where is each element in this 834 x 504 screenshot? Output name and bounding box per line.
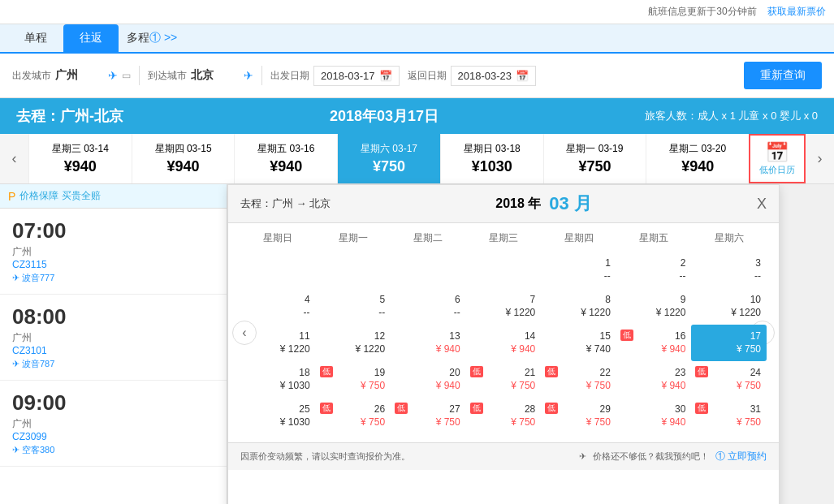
cal-day-empty: [240, 252, 316, 288]
arrive-city-field: 到达城市 北京 ✈: [148, 68, 253, 83]
flight-item-2: 09:00 广州 CZ3099 ✈ 空客380: [0, 381, 227, 467]
day-number: 25: [246, 403, 310, 415]
low-price-calendar-button[interactable]: 📅 低价日历: [749, 134, 806, 183]
instant-button[interactable]: ① 立即预约: [715, 450, 767, 463]
cal-day-3[interactable]: 3--: [691, 252, 767, 288]
calendar-icon: 📅: [765, 141, 789, 164]
weekday-label: 星期一: [316, 231, 391, 245]
flight-city: 广州: [12, 331, 214, 345]
main-content: P 价格保障 买贵全赔 07:00 广州 CZ3115 ✈ 波音777 08:0…: [0, 184, 834, 504]
flight-number[interactable]: CZ3115: [12, 259, 214, 270]
cal-day-20[interactable]: 20¥ 940: [391, 361, 466, 398]
cal-day-5[interactable]: 5--: [316, 288, 391, 325]
cal-day-10[interactable]: 10¥ 1220: [691, 288, 767, 325]
tab-multi[interactable]: 多程① >>: [119, 24, 185, 52]
cal-day-14[interactable]: 14¥ 940: [466, 325, 542, 361]
cal-day-30[interactable]: 30¥ 940: [616, 398, 692, 434]
weekday-label: 星期三: [466, 231, 542, 245]
cal-day-27[interactable]: 低27¥ 750: [391, 398, 466, 434]
cal-day-26[interactable]: 低26¥ 750: [316, 398, 391, 434]
day-number: 12: [322, 330, 386, 342]
arrive-plane-icon: ✈: [244, 69, 253, 82]
depart-plane-icon: ✈: [108, 69, 118, 82]
cal-day-18[interactable]: 18¥ 1030: [240, 361, 316, 398]
notice-text: 航班信息更新于30分钟前: [648, 6, 756, 17]
cal-day-8[interactable]: 8¥ 1220: [541, 288, 616, 325]
depart-date-input[interactable]: 2018-03-17 📅: [313, 66, 400, 86]
flight-plane: ✈ 波音777: [12, 272, 214, 284]
date-cell-03-20[interactable]: 星期二 03-20¥940: [646, 134, 749, 183]
calendar-close-button[interactable]: X: [757, 196, 767, 213]
cal-day-6[interactable]: 6--: [391, 288, 466, 325]
divider-1: [139, 66, 140, 85]
day-number: 2: [622, 257, 686, 269]
day-number: 1: [547, 257, 611, 269]
cal-day-31[interactable]: 低31¥ 750: [691, 398, 767, 434]
cal-day-4[interactable]: 4--: [240, 288, 316, 325]
cal-day-19[interactable]: 低19¥ 750: [316, 361, 391, 398]
date-cell-03-15[interactable]: 星期四 03-15¥940: [132, 134, 235, 183]
cal-day-9[interactable]: 9¥ 1220: [616, 288, 692, 325]
cal-day-29[interactable]: 低29¥ 750: [541, 398, 616, 434]
day-price: --: [396, 307, 460, 318]
requery-button[interactable]: 重新查询: [744, 62, 822, 89]
date-cell-03-19[interactable]: 星期一 03-19¥750: [543, 134, 646, 183]
day-number: 13: [396, 330, 460, 342]
cal-day-23[interactable]: 23¥ 940: [616, 361, 692, 398]
refresh-link[interactable]: 获取最新票价: [767, 6, 826, 17]
cal-day-1[interactable]: 1--: [541, 252, 616, 288]
depart-cal-icon[interactable]: 📅: [379, 70, 392, 82]
cal-day-11[interactable]: 11¥ 1220: [240, 325, 316, 361]
flight-number[interactable]: CZ3099: [12, 431, 214, 442]
return-date-input[interactable]: 2018-03-23 📅: [451, 66, 537, 86]
cal-day-22[interactable]: 低22¥ 750: [541, 361, 616, 398]
cal-day-16[interactable]: 低16¥ 940: [616, 325, 692, 361]
date-nav-bar: ‹ 星期三 03-14¥940星期四 03-15¥940星期五 03-16¥94…: [0, 134, 834, 184]
cal-day-17[interactable]: 17¥ 750: [691, 325, 767, 361]
date-cell-03-18[interactable]: 星期日 03-18¥1030: [440, 134, 543, 183]
day-number: 14: [472, 330, 536, 342]
low-price-badge: 低: [395, 403, 408, 414]
day-number: 11: [246, 330, 310, 342]
day-price: ¥ 940: [472, 343, 536, 355]
cal-day-13[interactable]: 13¥ 940: [391, 325, 466, 361]
cal-day-12[interactable]: 12¥ 1220: [316, 325, 391, 361]
cal-day-7[interactable]: 7¥ 1220: [466, 288, 542, 325]
day-number: 5: [322, 294, 386, 305]
flight-item-1: 08:00 广州 CZ3101 ✈ 波音787: [0, 295, 227, 381]
return-cal-icon[interactable]: 📅: [516, 70, 529, 82]
date-next-arrow[interactable]: ›: [806, 134, 834, 183]
tab-roundtrip[interactable]: 往返: [63, 24, 119, 52]
cal-day-25[interactable]: 25¥ 1030: [240, 398, 316, 434]
day-number: 4: [246, 294, 310, 305]
date-cell-03-14[interactable]: 星期三 03-14¥940: [28, 134, 132, 183]
cal-day-15[interactable]: 15¥ 740: [541, 325, 616, 361]
tab-oneway[interactable]: 单程: [8, 24, 63, 52]
cal-day-2[interactable]: 2--: [616, 252, 692, 288]
flight-plane: ✈ 波音787: [12, 358, 214, 370]
plane-type: 波音787: [22, 358, 54, 370]
date-prev-arrow[interactable]: ‹: [0, 134, 28, 183]
return-date-field[interactable]: 返回日期 2018-03-23 📅: [408, 66, 537, 86]
day-number: 6: [396, 294, 460, 305]
day-price: ¥ 750: [697, 380, 761, 391]
flight-number[interactable]: CZ3101: [12, 345, 214, 356]
guarantee-icon: P: [8, 190, 15, 203]
date-cell-03-16[interactable]: 星期五 03-16¥940: [234, 134, 337, 183]
day-price: ¥ 940: [622, 380, 686, 391]
depart-date-field[interactable]: 出发日期 2018-03-17 📅: [270, 66, 400, 86]
day-price: ¥ 750: [396, 416, 460, 428]
plane-icon: ✈: [12, 273, 19, 283]
low-price-badge: 低: [695, 366, 708, 377]
date-cell-03-17[interactable]: 星期六 03-17¥750: [337, 134, 440, 183]
cal-weekdays: 星期日星期一星期二星期三星期四星期五星期六: [240, 231, 767, 245]
low-price-badge: 低: [545, 366, 558, 377]
weekday-label: 星期五: [616, 231, 692, 245]
cal-day-21[interactable]: 低21¥ 750: [466, 361, 542, 398]
day-number: 18: [246, 367, 310, 378]
cal-day-28[interactable]: 低28¥ 750: [466, 398, 542, 434]
day-price: --: [322, 307, 386, 318]
cal-day-24[interactable]: 低24¥ 750: [691, 361, 767, 398]
cal-header: 去程：广州 → 北京 2018 年 03 月 X: [228, 185, 779, 223]
day-price: ¥ 1220: [622, 307, 686, 318]
